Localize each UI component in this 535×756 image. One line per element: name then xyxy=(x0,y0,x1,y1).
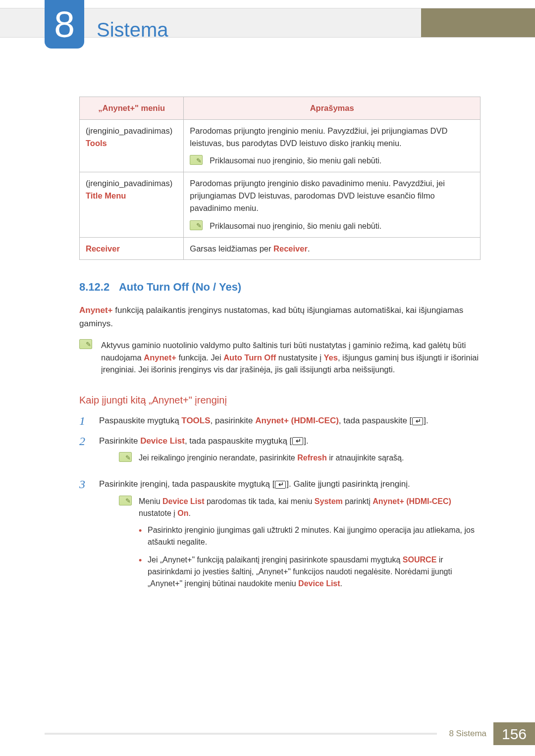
step-text: Paspauskite mygtuką xyxy=(99,416,181,425)
table-header-row: „Anynet+" meniu Aprašymas xyxy=(80,97,481,120)
step-item: 2 Pasirinkite Device List, tada paspausk… xyxy=(79,435,481,471)
step-note-bullets: Pasirinkto įrenginio įjungimas gali užtr… xyxy=(119,524,481,590)
chapter-number-badge: 8 xyxy=(45,0,84,49)
step-note-red: On xyxy=(177,509,188,517)
step-note-text: nustatote į xyxy=(139,509,177,517)
row-label: Tools xyxy=(86,139,107,148)
bullet-text: Pasirinkto įrenginio įjungimas gali užtr… xyxy=(148,526,475,546)
enter-icon xyxy=(275,481,286,489)
row-desc: Parodomas prijungto įrenginio disko pava… xyxy=(190,177,474,214)
footer-chapter-label: 8 Sistema xyxy=(437,727,493,740)
row-prefix: (įrenginio_pavadinimas) xyxy=(86,126,172,135)
section-number: 8.12.2 xyxy=(79,281,109,293)
step-note-text: parinktį xyxy=(343,497,373,505)
bullet-item: Pasirinkto įrenginio įjungimas gali užtr… xyxy=(139,524,481,548)
step-number: 3 xyxy=(79,478,90,491)
row-desc-red: Receiver xyxy=(273,244,308,253)
step-item: 1 Paspauskite mygtuką TOOLS, pasirinkite… xyxy=(79,414,481,427)
row-label: Title Menu xyxy=(86,191,126,200)
info-text-red: Auto Turn Off xyxy=(223,353,276,362)
section-title: Auto Turn Off (No / Yes) xyxy=(119,281,241,293)
info-text: funkcija. Jei xyxy=(176,353,223,362)
info-text-red: Anynet+ xyxy=(144,353,176,362)
note-icon xyxy=(119,496,132,505)
row-note: Priklausomai nuo įrenginio, šio meniu ga… xyxy=(210,220,381,232)
section-body: Anynet+ funkciją palaikantis įrenginys n… xyxy=(79,304,481,330)
step-text-red: TOOLS xyxy=(181,416,210,425)
row-label: Receiver xyxy=(86,244,120,253)
step-number: 1 xyxy=(79,414,90,427)
note-icon xyxy=(119,452,132,462)
section-heading: 8.12.2 Auto Turn Off (No / Yes) xyxy=(79,279,481,295)
step-note-text: Meniu xyxy=(139,497,162,505)
section-body-red: Anynet+ xyxy=(79,305,113,315)
info-note-block: Aktyvus gaminio nuotolinio valdymo pulto… xyxy=(79,339,481,376)
section-body-text: funkciją palaikantis įrenginys nustatoma… xyxy=(79,305,463,328)
step-text-red: Device List xyxy=(140,436,185,446)
bullet-item: Jei „Anynet+" funkciją palaikantį įrengi… xyxy=(139,554,481,590)
table-row: (įrenginio_pavadinimas) Title Menu Parod… xyxy=(80,172,481,237)
step-text: , tada paspauskite [ xyxy=(339,416,412,425)
info-text-red: Yes xyxy=(323,353,337,362)
bullet-text: . xyxy=(340,579,342,588)
bullet-text: Jei „Anynet+" funkciją palaikantį įrengi… xyxy=(148,555,403,564)
step-text: , tada paspauskite mygtuką [ xyxy=(185,436,292,446)
bullet-red: SOURCE xyxy=(403,555,436,564)
step-note-text: parodomas tik tada, kai meniu xyxy=(205,497,315,505)
page-footer: 8 Sistema 156 xyxy=(0,722,535,745)
table-header-col1: „Anynet+" meniu xyxy=(80,97,184,120)
step-text: Pasirinkite įrenginį, tada paspauskite m… xyxy=(99,479,274,489)
row-desc-suffix: . xyxy=(308,244,310,253)
enter-icon xyxy=(412,417,423,425)
step-item: 3 Pasirinkite įrenginį, tada paspauskite… xyxy=(79,478,481,596)
step-note-text: Jei reikalingo įrenginio nerandate, pasi… xyxy=(139,454,297,462)
step-text: ]. Galite įjungti pasirinktą įrenginį. xyxy=(286,479,410,489)
step-note-text: ir atnaujinkite sąrašą. xyxy=(327,454,404,462)
step-note-text: . xyxy=(189,509,191,517)
step-note-red: Anynet+ (HDMI-CEC) xyxy=(373,497,451,505)
steps-list: 1 Paspauskite mygtuką TOOLS, pasirinkite… xyxy=(79,414,481,595)
enter-icon xyxy=(292,437,303,445)
anynet-menu-table: „Anynet+" meniu Aprašymas (įrenginio_pav… xyxy=(79,97,481,260)
footer-page-number: 156 xyxy=(493,722,535,745)
step-text: ]. xyxy=(424,416,428,425)
step-text: , pasirinkite xyxy=(211,416,256,425)
step-number: 2 xyxy=(79,435,90,448)
note-icon xyxy=(190,220,203,230)
subsection-heading: Kaip įjungti kitą „Anynet+" įrenginį xyxy=(79,393,481,407)
row-prefix: (įrenginio_pavadinimas) xyxy=(86,179,172,188)
row-note: Priklausomai nuo įrenginio, šio meniu ga… xyxy=(210,155,381,167)
row-desc-prefix: Garsas leidžiamas per xyxy=(190,244,273,253)
table-header-col2: Aprašymas xyxy=(184,97,481,120)
note-icon xyxy=(79,339,92,349)
note-icon xyxy=(190,155,203,165)
header-bar-accent xyxy=(421,8,535,37)
step-text-red: Anynet+ (HDMI-CEC) xyxy=(255,416,339,425)
table-row: Receiver Garsas leidžiamas per Receiver. xyxy=(80,237,481,260)
row-desc: Parodomas prijungto įrenginio meniu. Pav… xyxy=(190,125,474,150)
step-note-red: Refresh xyxy=(297,454,327,462)
step-text: ]. xyxy=(304,436,308,446)
step-note-red: Device List xyxy=(162,497,204,505)
chapter-title: Sistema xyxy=(97,15,168,45)
bullet-red: Device List xyxy=(298,579,340,588)
info-text: nustatysite į xyxy=(276,353,323,362)
table-row: (įrenginio_pavadinimas) Tools Parodomas … xyxy=(80,119,481,172)
page-content: „Anynet+" meniu Aprašymas (įrenginio_pav… xyxy=(79,97,481,603)
step-note-red: System xyxy=(315,497,343,505)
step-text: Pasirinkite xyxy=(99,436,140,446)
